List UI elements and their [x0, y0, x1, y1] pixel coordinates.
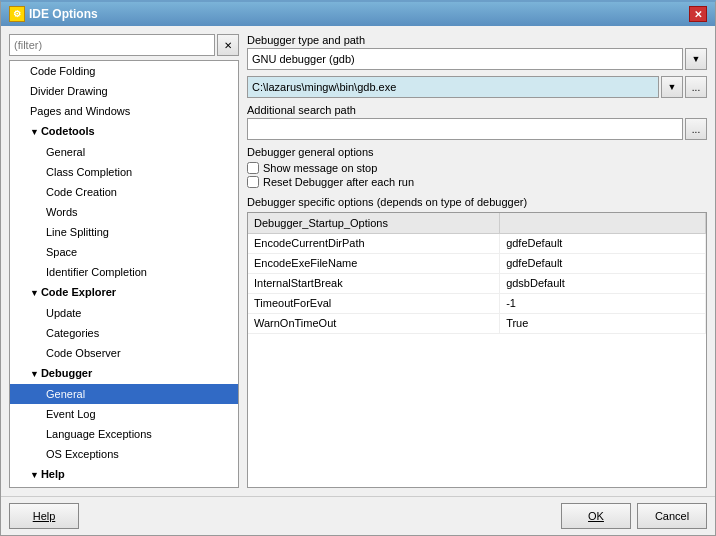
- additional-search-section: Additional search path ...: [247, 104, 707, 140]
- table-cell-key: WarnOnTimeOut: [248, 313, 500, 333]
- checkbox-reset-debugger[interactable]: [247, 176, 259, 188]
- col1-header: Debugger_Startup_Options: [248, 213, 500, 233]
- help-button-label: Help: [33, 510, 56, 522]
- tree-item-general-dbg[interactable]: General: [10, 384, 238, 404]
- general-options-section: Debugger general options Show message on…: [247, 146, 707, 190]
- checkbox-reset-debugger-label: Reset Debugger after each run: [263, 176, 414, 188]
- table-cell-key: EncodeExeFileName: [248, 253, 500, 273]
- filter-clear-button[interactable]: ✕: [217, 34, 239, 56]
- cancel-button[interactable]: Cancel: [637, 503, 707, 529]
- window-title: IDE Options: [29, 7, 98, 21]
- table-cell-value: gdsbDefault: [500, 273, 706, 293]
- right-panel: Debugger type and path GNU debugger (gdb…: [247, 34, 707, 488]
- tree-item-event-log[interactable]: Event Log: [10, 404, 238, 424]
- table-row[interactable]: EncodeExeFileName gdfeDefault: [248, 253, 706, 273]
- debugger-path-input[interactable]: [247, 76, 659, 98]
- tree-item-codetools[interactable]: ▼Codetools: [10, 121, 238, 142]
- tree-item-os-exceptions[interactable]: OS Exceptions: [10, 444, 238, 464]
- tree-panel[interactable]: Code Folding Divider Drawing Pages and W…: [9, 60, 239, 488]
- table-cell-value: -1: [500, 293, 706, 313]
- debugger-type-section: Debugger type and path GNU debugger (gdb…: [247, 34, 707, 70]
- specific-options-section: Debugger specific options (depends on ty…: [247, 196, 707, 488]
- title-bar-left: ⚙ IDE Options: [9, 6, 98, 22]
- checkbox-reset-debugger-row: Reset Debugger after each run: [247, 176, 707, 188]
- debugger-type-row: GNU debugger (gdb) ▼: [247, 48, 707, 70]
- tree-item-code-folding[interactable]: Code Folding: [10, 61, 238, 81]
- filter-input[interactable]: [9, 34, 215, 56]
- tree-item-divider-drawing[interactable]: Divider Drawing: [10, 81, 238, 101]
- tree-item-code-creation[interactable]: Code Creation: [10, 182, 238, 202]
- tree-item-help[interactable]: ▼Help: [10, 464, 238, 485]
- debugger-type-dropdown[interactable]: GNU debugger (gdb): [247, 48, 683, 70]
- table-cell-key: InternalStartBreak: [248, 273, 500, 293]
- debugger-type-arrow[interactable]: ▼: [685, 48, 707, 70]
- path-browse-button[interactable]: ...: [685, 76, 707, 98]
- tree-item-code-explorer[interactable]: ▼Code Explorer: [10, 282, 238, 303]
- table-row[interactable]: EncodeCurrentDirPath gdfeDefault: [248, 233, 706, 253]
- main-content: ✕ Code Folding Divider Drawing Pages and…: [1, 26, 715, 496]
- additional-search-input[interactable]: [247, 118, 683, 140]
- tree-item-space[interactable]: Space: [10, 242, 238, 262]
- table-row[interactable]: WarnOnTimeOut True: [248, 313, 706, 333]
- table-cell-key: EncodeCurrentDirPath: [248, 233, 500, 253]
- filter-row: ✕: [9, 34, 239, 56]
- checkbox-show-message-label: Show message on stop: [263, 162, 377, 174]
- tree-item-pages-windows[interactable]: Pages and Windows: [10, 101, 238, 121]
- debugger-path-row: ▼ ...: [247, 76, 707, 98]
- table-cell-value: True: [500, 313, 706, 333]
- checkbox-show-message-row: Show message on stop: [247, 162, 707, 174]
- tree-item-code-observer[interactable]: Code Observer: [10, 343, 238, 363]
- tree-item-words[interactable]: Words: [10, 202, 238, 222]
- tree-item-line-splitting[interactable]: Line Splitting: [10, 222, 238, 242]
- title-bar: ⚙ IDE Options ✕: [1, 2, 715, 26]
- col2-header: [500, 213, 706, 233]
- general-options-title: Debugger general options: [247, 146, 707, 158]
- options-table-container: Debugger_Startup_Options EncodeCurrentDi…: [247, 212, 707, 488]
- table-cell-key: TimeoutForEval: [248, 293, 500, 313]
- bottom-right: OK Cancel: [561, 503, 707, 529]
- ok-button[interactable]: OK: [561, 503, 631, 529]
- bottom-left: Help: [9, 503, 79, 529]
- ok-button-label: OK: [588, 510, 604, 522]
- tree-item-update[interactable]: Update: [10, 303, 238, 323]
- additional-search-browse-button[interactable]: ...: [685, 118, 707, 140]
- left-panel: ✕ Code Folding Divider Drawing Pages and…: [9, 34, 239, 488]
- table-cell-value: gdfeDefault: [500, 253, 706, 273]
- ide-options-window: ⚙ IDE Options ✕ ✕ Code Folding Divider D…: [0, 0, 716, 536]
- cancel-button-label: Cancel: [655, 510, 689, 522]
- table-cell-value: gdfeDefault: [500, 233, 706, 253]
- checkbox-show-message[interactable]: [247, 162, 259, 174]
- additional-search-row: ...: [247, 118, 707, 140]
- tree-item-debugger[interactable]: ▼Debugger: [10, 363, 238, 384]
- close-button[interactable]: ✕: [689, 6, 707, 22]
- window-icon: ⚙: [9, 6, 25, 22]
- tree-item-identifier-completion[interactable]: Identifier Completion: [10, 262, 238, 282]
- specific-options-title: Debugger specific options (depends on ty…: [247, 196, 707, 208]
- tree-item-general-ct[interactable]: General: [10, 142, 238, 162]
- path-dropdown-arrow[interactable]: ▼: [661, 76, 683, 98]
- table-row[interactable]: InternalStartBreak gdsbDefault: [248, 273, 706, 293]
- tree-item-categories[interactable]: Categories: [10, 323, 238, 343]
- bottom-bar: Help OK Cancel: [1, 496, 715, 535]
- options-table: Debugger_Startup_Options EncodeCurrentDi…: [248, 213, 706, 334]
- tree-item-language-exceptions[interactable]: Language Exceptions: [10, 424, 238, 444]
- tree-item-class-completion[interactable]: Class Completion: [10, 162, 238, 182]
- debugger-type-label: Debugger type and path: [247, 34, 707, 46]
- tree-item-help-options[interactable]: Help Options: [10, 485, 238, 488]
- additional-search-label: Additional search path: [247, 104, 707, 116]
- table-row[interactable]: TimeoutForEval -1: [248, 293, 706, 313]
- help-button[interactable]: Help: [9, 503, 79, 529]
